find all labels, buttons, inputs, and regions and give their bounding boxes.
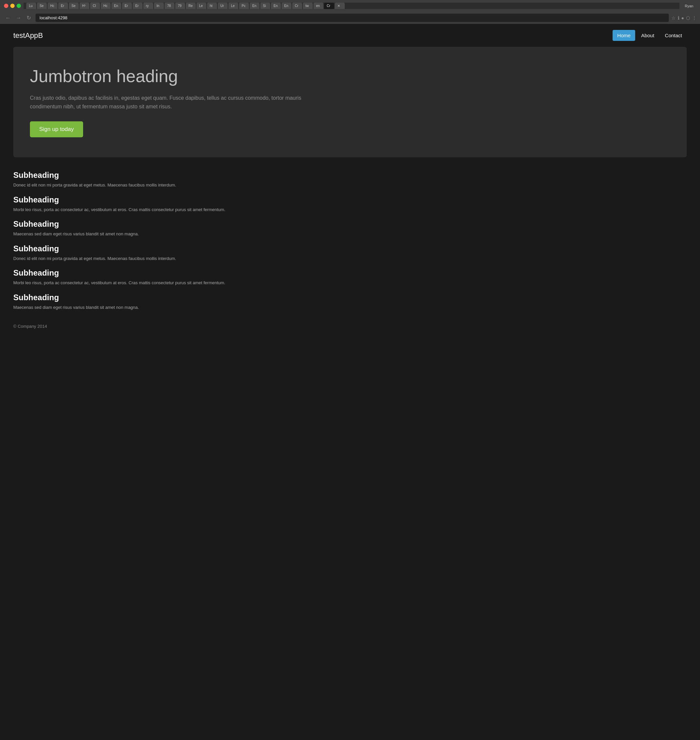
address-bar[interactable] <box>35 14 669 22</box>
content-sections: SubheadingDonec id elit non mi porta gra… <box>0 171 700 310</box>
page-wrapper: testAppB HomeAboutContact Jumbotron head… <box>0 24 700 737</box>
section-body-0: Donec id elit non mi porta gravida at eg… <box>13 182 687 188</box>
browser-tab[interactable]: Le <box>196 3 206 9</box>
browser-actions: ☆ ℹ ● ⬡ ⋮ <box>671 15 697 21</box>
more-button[interactable]: ⋮ <box>692 15 697 21</box>
jumbotron-heading: Jumbotron heading <box>30 67 670 86</box>
browser-tab[interactable]: Se <box>69 3 79 9</box>
section-body-3: Donec id elit non mi porta gravida at eg… <box>13 255 687 262</box>
browser-tab[interactable]: En <box>111 3 121 9</box>
browser-toolbar: ← → ↻ ☆ ℹ ● ⬡ ⋮ <box>0 12 700 24</box>
jumbotron-body: Cras justo odio, dapibus ac facilisis in… <box>30 94 303 111</box>
section-body-5: Maecenas sed diam eget risus varius blan… <box>13 304 687 311</box>
browser-tab[interactable]: Lu <box>26 3 36 9</box>
browser-tab[interactable]: En <box>271 3 281 9</box>
browser-tabs: LuSeHcErSeH¹ClHcEnErErryIn7879ReLehtUrLe… <box>24 3 679 9</box>
section-item: SubheadingMorbi leo risus, porta ac cons… <box>13 268 687 286</box>
browser-tab[interactable]: ht <box>207 3 217 9</box>
section-subheading-1: Subheading <box>13 195 687 204</box>
back-button[interactable]: ← <box>3 14 13 22</box>
maximize-window-button[interactable] <box>17 4 21 8</box>
browser-tab[interactable]: Cr <box>324 3 334 9</box>
copyright-text: © Company 2014 <box>13 324 47 329</box>
browser-tab[interactable]: 78 <box>165 3 175 9</box>
browser-tab[interactable]: En <box>250 3 260 9</box>
section-body-2: Maecenas sed diam eget risus varius blan… <box>13 231 687 237</box>
navbar-nav: HomeAboutContact <box>613 30 687 41</box>
browser-titlebar: LuSeHcErSeH¹ClHcEnErErryIn7879ReLehtUrLe… <box>0 0 700 12</box>
browser-tab[interactable]: Ur <box>218 3 228 9</box>
nav-link-home[interactable]: Home <box>613 30 635 41</box>
section-body-1: Morbi leo risus, porta ac consectetur ac… <box>13 206 687 213</box>
extensions-icon[interactable]: ⬡ <box>686 15 690 21</box>
browser-tab[interactable]: Cr <box>292 3 302 9</box>
section-subheading-3: Subheading <box>13 244 687 253</box>
section-item: SubheadingMaecenas sed diam eget risus v… <box>13 219 687 237</box>
browser-tab[interactable]: 79 <box>175 3 185 9</box>
page-footer: © Company 2014 <box>0 317 700 329</box>
browser-tab[interactable]: Hc <box>47 3 57 9</box>
section-subheading-4: Subheading <box>13 268 687 278</box>
section-subheading-0: Subheading <box>13 171 687 180</box>
browser-tab[interactable]: ✕ <box>335 3 345 9</box>
browser-tab[interactable]: En <box>281 3 291 9</box>
profile-icon[interactable]: ● <box>681 15 684 21</box>
browser-tab[interactable]: Er <box>58 3 68 9</box>
browser-tab[interactable]: Re <box>186 3 196 9</box>
browser-tab[interactable]: Le <box>228 3 238 9</box>
navbar: testAppB HomeAboutContact <box>0 24 700 47</box>
reload-button[interactable]: ↻ <box>25 14 33 22</box>
section-subheading-2: Subheading <box>13 219 687 229</box>
section-body-4: Morbi leo risus, porta ac consectetur ac… <box>13 280 687 286</box>
navbar-brand[interactable]: testAppB <box>13 31 43 40</box>
browser-tab[interactable]: In <box>154 3 164 9</box>
browser-tab[interactable]: tw <box>303 3 313 9</box>
browser-chrome: LuSeHcErSeH¹ClHcEnErErryIn7879ReLehtUrLe… <box>0 0 700 24</box>
jumbotron: Jumbotron heading Cras justo odio, dapib… <box>13 47 687 157</box>
browser-tab[interactable]: en <box>313 3 324 9</box>
info-icon[interactable]: ℹ <box>678 15 679 21</box>
section-item: SubheadingMorbi leo risus, porta ac cons… <box>13 195 687 213</box>
minimize-window-button[interactable] <box>10 4 15 8</box>
user-badge: Ryan <box>682 4 696 8</box>
browser-tab[interactable]: Cl <box>90 3 100 9</box>
browser-nav-buttons: ← → ↻ <box>3 14 33 22</box>
browser-tab[interactable]: Si <box>260 3 270 9</box>
nav-link-about[interactable]: About <box>637 30 659 41</box>
section-item: SubheadingDonec id elit non mi porta gra… <box>13 244 687 262</box>
signup-button[interactable]: Sign up today <box>30 121 83 137</box>
close-window-button[interactable] <box>4 4 8 8</box>
section-item: SubheadingMaecenas sed diam eget risus v… <box>13 293 687 311</box>
browser-tab[interactable]: Se <box>37 3 47 9</box>
section-item: SubheadingDonec id elit non mi porta gra… <box>13 171 687 188</box>
bookmark-icon[interactable]: ☆ <box>671 15 676 21</box>
browser-tab[interactable]: ry <box>143 3 153 9</box>
forward-button[interactable]: → <box>14 14 23 22</box>
traffic-lights <box>4 4 21 8</box>
browser-tab[interactable]: Pc <box>239 3 249 9</box>
browser-tab[interactable]: Hc <box>101 3 111 9</box>
browser-tab[interactable]: Er <box>122 3 132 9</box>
section-subheading-5: Subheading <box>13 293 687 302</box>
nav-link-contact[interactable]: Contact <box>660 30 687 41</box>
browser-tab[interactable]: Er <box>132 3 143 9</box>
browser-tab[interactable]: H¹ <box>79 3 90 9</box>
